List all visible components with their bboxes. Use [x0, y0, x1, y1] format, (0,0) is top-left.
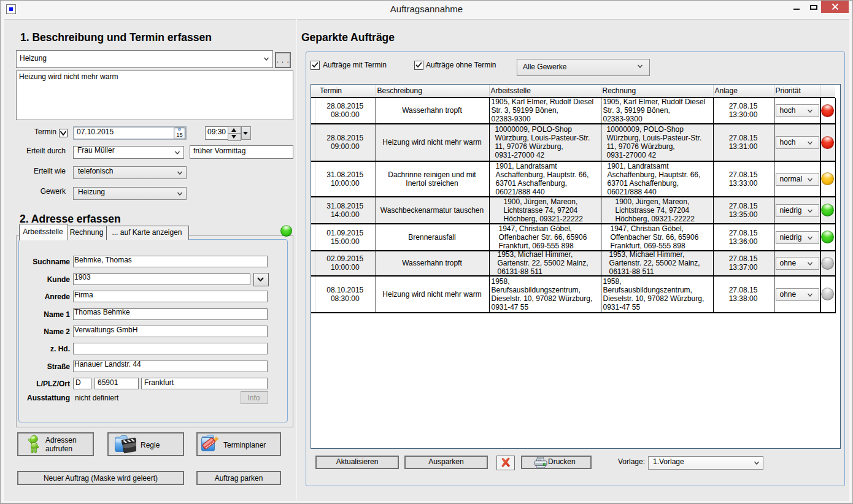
svg-text:15: 15 [176, 131, 183, 138]
